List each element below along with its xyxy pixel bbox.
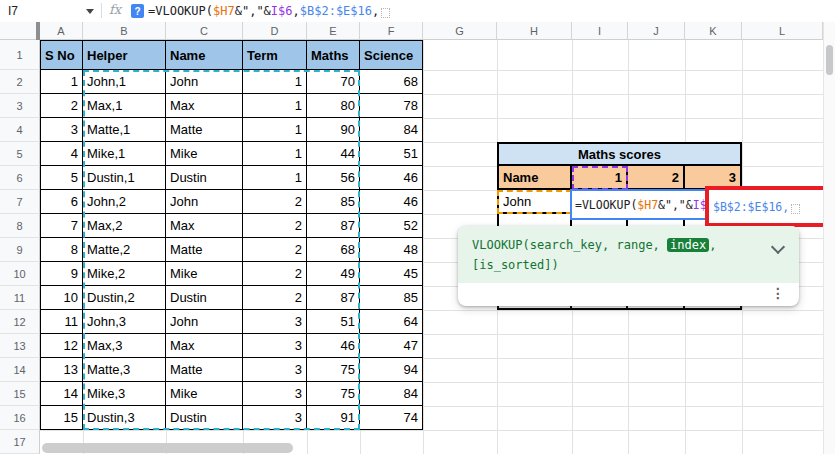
cell-D10[interactable]: 2 xyxy=(243,262,307,286)
formula-help-icon[interactable]: ? xyxy=(131,4,144,18)
cell-E6[interactable]: 56 xyxy=(307,166,360,190)
cell-B11[interactable]: Dustin,2 xyxy=(83,286,166,310)
cell-D7[interactable]: 2 xyxy=(243,190,307,214)
row-header-5[interactable]: 5 xyxy=(0,142,40,166)
column-header-A[interactable]: A xyxy=(40,22,83,40)
cell-F13[interactable]: 47 xyxy=(360,334,423,358)
cell-B12[interactable]: John,3 xyxy=(83,310,166,334)
cell-A2[interactable]: 1 xyxy=(40,70,83,94)
more-options-icon[interactable]: ⋮ xyxy=(771,285,785,301)
column-header-D[interactable]: D xyxy=(243,22,307,40)
column-header-K[interactable]: K xyxy=(685,22,742,40)
cell-F7[interactable]: 46 xyxy=(360,190,423,214)
cell-F6[interactable]: 46 xyxy=(360,166,423,190)
cell-A4[interactable]: 3 xyxy=(40,118,83,142)
row-header-3[interactable]: 3 xyxy=(0,94,40,118)
cell-F8[interactable]: 52 xyxy=(360,214,423,238)
cell-A5[interactable]: 4 xyxy=(40,142,83,166)
cell-E11[interactable]: 87 xyxy=(307,286,360,310)
cell-B15[interactable]: Mike,3 xyxy=(83,382,166,406)
cell-C11[interactable]: Dustin xyxy=(166,286,243,310)
select-all-corner[interactable] xyxy=(0,22,40,40)
cell-B8[interactable]: Max,2 xyxy=(83,214,166,238)
cell-A10[interactable]: 9 xyxy=(40,262,83,286)
cell-I6[interactable]: 1 xyxy=(572,166,628,190)
cell-D9[interactable]: 2 xyxy=(243,238,307,262)
cell-A6[interactable]: 5 xyxy=(40,166,83,190)
cell-H5-maths-scores-title[interactable]: Maths scores xyxy=(497,142,742,166)
cell-F14[interactable]: 94 xyxy=(360,358,423,382)
cell-C15[interactable]: Mike xyxy=(166,382,243,406)
cell-C10[interactable]: Mike xyxy=(166,262,243,286)
cell-D14[interactable]: 3 xyxy=(243,358,307,382)
cell-F5[interactable]: 51 xyxy=(360,142,423,166)
cell-F15[interactable]: 84 xyxy=(360,382,423,406)
cell-C12[interactable]: John xyxy=(166,310,243,334)
cell-D11[interactable]: 2 xyxy=(243,286,307,310)
header-cell-C1[interactable]: Name xyxy=(166,40,243,70)
cell-F4[interactable]: 84 xyxy=(360,118,423,142)
column-header-J[interactable]: J xyxy=(628,22,685,40)
column-header-C[interactable]: C xyxy=(166,22,243,40)
cell-F16[interactable]: 74 xyxy=(360,406,423,430)
header-cell-D1[interactable]: Term xyxy=(243,40,307,70)
cell-B16[interactable]: Dustin,3 xyxy=(83,406,166,430)
cell-A8[interactable]: 7 xyxy=(40,214,83,238)
cell-B2[interactable]: John,1 xyxy=(83,70,166,94)
cell-D6[interactable]: 1 xyxy=(243,166,307,190)
column-header-I[interactable]: I xyxy=(572,22,628,40)
cell-B5[interactable]: Mike,1 xyxy=(83,142,166,166)
cell-C16[interactable]: Dustin xyxy=(166,406,243,430)
name-box-chevron-icon[interactable] xyxy=(86,9,94,14)
cell-H6[interactable]: Name xyxy=(497,166,572,190)
cell-D2[interactable]: 1 xyxy=(243,70,307,94)
header-cell-F1[interactable]: Science xyxy=(360,40,423,70)
row-header-2[interactable]: 2 xyxy=(0,70,40,94)
cell-F3[interactable]: 78 xyxy=(360,94,423,118)
cell-E9[interactable]: 68 xyxy=(307,238,360,262)
cell-B9[interactable]: Matte,2 xyxy=(83,238,166,262)
row-header-14[interactable]: 14 xyxy=(0,358,40,382)
active-cell-editor[interactable]: =VLOOKUP($H7&","&I$6 xyxy=(570,189,714,220)
cell-C14[interactable]: Matte xyxy=(166,358,243,382)
cell-A16[interactable]: 15 xyxy=(40,406,83,430)
cell-A12[interactable]: 11 xyxy=(40,310,83,334)
column-header-L[interactable]: L xyxy=(742,22,823,40)
horizontal-scrollbar-thumb[interactable] xyxy=(42,443,293,453)
row-header-15[interactable]: 15 xyxy=(0,382,40,406)
cell-F12[interactable]: 64 xyxy=(360,310,423,334)
cell-E7[interactable]: 85 xyxy=(307,190,360,214)
cell-A11[interactable]: 10 xyxy=(40,286,83,310)
cell-A7[interactable]: 6 xyxy=(40,190,83,214)
column-header-F[interactable]: F xyxy=(360,22,423,40)
cell-E14[interactable]: 75 xyxy=(307,358,360,382)
column-header-E[interactable]: E xyxy=(307,22,360,40)
cell-H7[interactable]: John xyxy=(497,190,572,214)
vertical-scrollbar-thumb[interactable] xyxy=(826,45,833,75)
cell-D15[interactable]: 3 xyxy=(243,382,307,406)
row-header-6[interactable]: 6 xyxy=(0,166,40,190)
row-header-4[interactable]: 4 xyxy=(0,118,40,142)
formula-input[interactable]: =VLOOKUP($H7&","&I$6,$B$2:$E$16, xyxy=(148,0,390,21)
cell-D13[interactable]: 3 xyxy=(243,334,307,358)
cell-F11[interactable]: 85 xyxy=(360,286,423,310)
cell-A15[interactable]: 14 xyxy=(40,382,83,406)
column-header-G[interactable]: G xyxy=(423,22,497,40)
cell-F9[interactable]: 48 xyxy=(360,238,423,262)
cell-B14[interactable]: Matte,3 xyxy=(83,358,166,382)
row-header-13[interactable]: 13 xyxy=(0,334,40,358)
cell-E3[interactable]: 80 xyxy=(307,94,360,118)
cell-F10[interactable]: 45 xyxy=(360,262,423,286)
column-header-H[interactable]: H xyxy=(497,22,572,40)
cell-E15[interactable]: 75 xyxy=(307,382,360,406)
header-cell-E1[interactable]: Maths xyxy=(307,40,360,70)
row-header-17[interactable]: 17 xyxy=(0,430,40,454)
row-header-8[interactable]: 8 xyxy=(0,214,40,238)
row-header-9[interactable]: 9 xyxy=(0,238,40,262)
cell-B4[interactable]: Matte,1 xyxy=(83,118,166,142)
cell-C9[interactable]: Matte xyxy=(166,238,243,262)
column-header-B[interactable]: B xyxy=(83,22,166,40)
cell-A3[interactable]: 2 xyxy=(40,94,83,118)
cell-C13[interactable]: Max xyxy=(166,334,243,358)
row-header-1[interactable]: 1 xyxy=(0,40,40,70)
